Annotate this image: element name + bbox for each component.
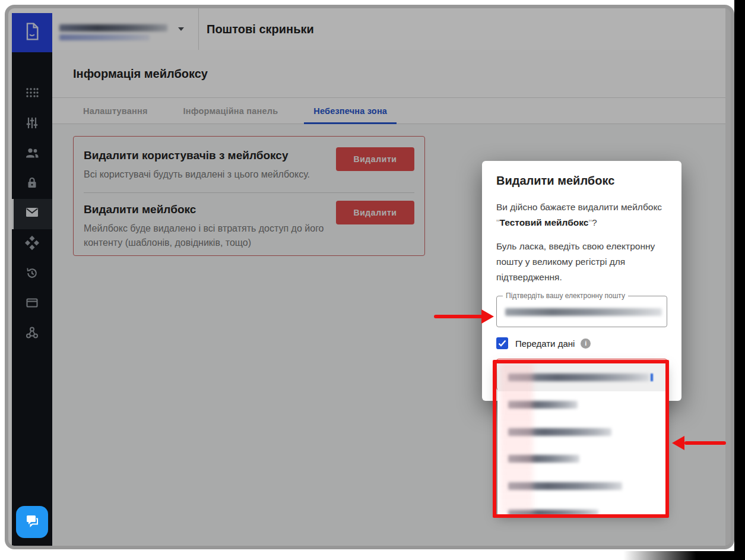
background-black-strip bbox=[734, 0, 745, 560]
instruction-text: Буль ласка, введіть свою електронну пошт… bbox=[496, 239, 671, 285]
question-suffix: ? bbox=[592, 217, 597, 227]
mailbox-option[interactable] bbox=[497, 419, 665, 446]
transfer-data-row: Передати дані i bbox=[496, 336, 667, 350]
option-text-redacted bbox=[508, 510, 598, 514]
mailbox-option[interactable] bbox=[497, 363, 665, 391]
question-prefix: Ви дійсно бажаєте видалити мейлбокс bbox=[496, 202, 662, 212]
transfer-data-checkbox[interactable] bbox=[496, 337, 508, 349]
email-value-redacted bbox=[505, 308, 662, 316]
mailbox-option[interactable] bbox=[497, 473, 665, 500]
option-text-redacted bbox=[508, 374, 649, 381]
mailbox-option[interactable] bbox=[497, 499, 665, 514]
info-icon[interactable]: i bbox=[581, 338, 591, 349]
arrow-annotation-checkbox bbox=[434, 315, 483, 318]
arrow-head-right-icon bbox=[481, 309, 494, 324]
confirm-question: Ви дійсно бажаєте видалити мейлбокс "Тес… bbox=[496, 200, 671, 230]
mailbox-option[interactable] bbox=[497, 445, 665, 473]
option-text-redacted bbox=[508, 482, 622, 490]
app-window: Поштові скриньки Інформація мейлбоксу На… bbox=[5, 5, 734, 549]
chat-icon bbox=[24, 512, 40, 531]
mailbox-dropdown-menu bbox=[497, 363, 665, 514]
option-text-redacted bbox=[508, 455, 579, 463]
option-text-redacted bbox=[508, 428, 611, 436]
option-text-redacted bbox=[508, 401, 578, 409]
check-icon bbox=[498, 340, 506, 347]
email-confirm-input[interactable]: Підтвердіть вашу електронну пошту bbox=[496, 296, 667, 327]
email-input-label: Підтвердіть вашу електронну пошту bbox=[503, 292, 628, 300]
checkbox-label: Передати дані bbox=[515, 338, 575, 349]
mailbox-option[interactable] bbox=[497, 391, 665, 419]
screenshot-stage: Поштові скриньки Інформація мейлбоксу На… bbox=[0, 0, 745, 560]
arrow-annotation-dropdown bbox=[684, 441, 726, 445]
cursor-mark bbox=[651, 374, 653, 381]
chat-widget-button[interactable] bbox=[16, 506, 48, 538]
arrow-head-left-icon bbox=[672, 436, 684, 450]
modal-title: Видалити мейлбокс bbox=[496, 174, 667, 188]
background-gradient-strip bbox=[623, 551, 745, 560]
mailbox-name: Тестовий мейлбокс bbox=[500, 217, 589, 227]
